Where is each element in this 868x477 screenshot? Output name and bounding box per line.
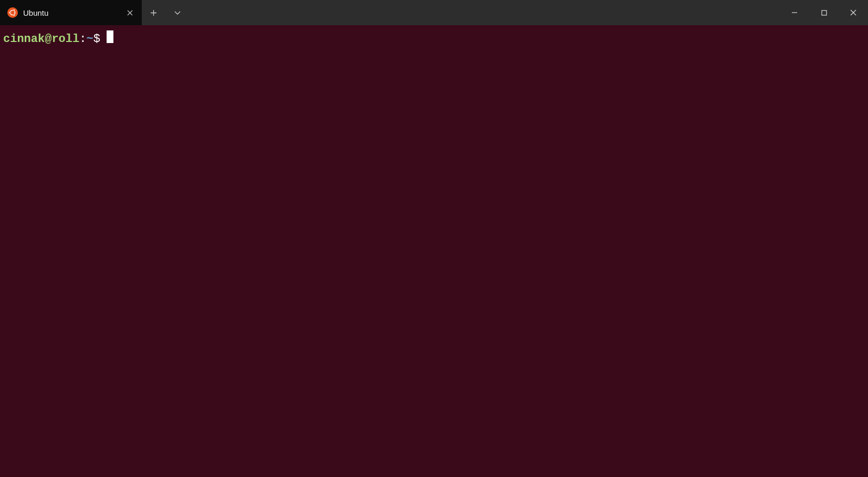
prompt-path: ~ <box>86 33 93 46</box>
tab-close-button[interactable] <box>124 7 135 18</box>
tab-ubuntu[interactable]: Ubuntu <box>0 0 142 25</box>
svg-rect-5 <box>822 10 827 15</box>
prompt-symbol: $ <box>93 33 100 46</box>
tab-label: Ubuntu <box>23 8 120 17</box>
svg-point-2 <box>9 12 11 14</box>
close-window-button[interactable] <box>839 0 868 25</box>
window-controls <box>780 0 868 25</box>
ubuntu-logo-icon <box>7 7 18 18</box>
prompt-line: cinnak@roll:~$ <box>3 29 865 46</box>
titlebar-drag-area[interactable] <box>189 0 780 25</box>
maximize-button[interactable] <box>809 0 839 25</box>
terminal-viewport[interactable]: cinnak@roll:~$ <box>0 25 868 477</box>
minimize-button[interactable] <box>780 0 809 25</box>
svg-point-4 <box>13 14 15 16</box>
prompt-user-host: cinnak@roll <box>3 33 79 46</box>
new-tab-button[interactable] <box>142 0 165 25</box>
svg-point-3 <box>13 9 15 12</box>
window-titlebar: Ubuntu <box>0 0 868 25</box>
prompt-separator: : <box>79 33 86 46</box>
tab-dropdown-button[interactable] <box>165 0 189 25</box>
terminal-cursor <box>107 30 113 43</box>
tabs-area: Ubuntu <box>0 0 189 25</box>
